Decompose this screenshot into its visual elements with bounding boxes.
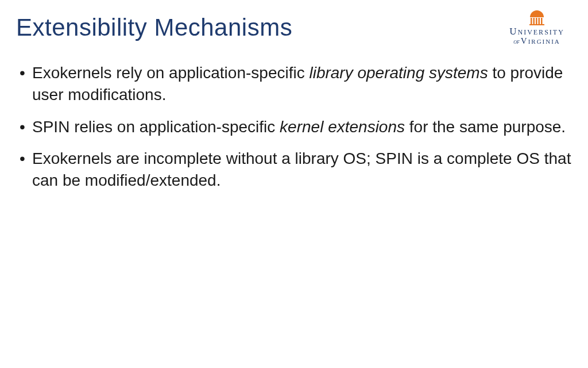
svg-rect-5 [529, 24, 544, 25]
text-segment: for the same purpose. [405, 118, 566, 136]
rotunda-icon [525, 10, 548, 25]
logo-line2: ofVirginia [500, 37, 574, 46]
logo-line1: University [500, 26, 574, 37]
svg-rect-2 [536, 18, 537, 24]
text-segment: SPIN relies on application-specific [32, 118, 280, 136]
list-item: SPIN relies on application-specific kern… [16, 116, 572, 138]
slide: University ofVirginia Extensibility Mech… [0, 0, 588, 368]
slide-title: Extensibility Mechanisms [16, 14, 572, 41]
list-item: Exokernels rely on application-specific … [16, 62, 572, 106]
svg-rect-3 [539, 18, 540, 24]
svg-rect-4 [541, 18, 543, 24]
svg-rect-0 [531, 18, 532, 24]
university-logo: University ofVirginia [500, 10, 574, 46]
text-segment: Exokernels rely on application-specific [32, 64, 309, 82]
text-segment: Exokernels are incomplete without a libr… [32, 150, 571, 189]
svg-rect-1 [533, 18, 535, 24]
list-item: Exokernels are incomplete without a libr… [16, 148, 572, 191]
logo-text: University ofVirginia [500, 26, 574, 46]
bullet-list: Exokernels rely on application-specific … [16, 62, 572, 191]
text-segment: library operating systems [309, 64, 488, 82]
text-segment: kernel extensions [280, 118, 405, 136]
